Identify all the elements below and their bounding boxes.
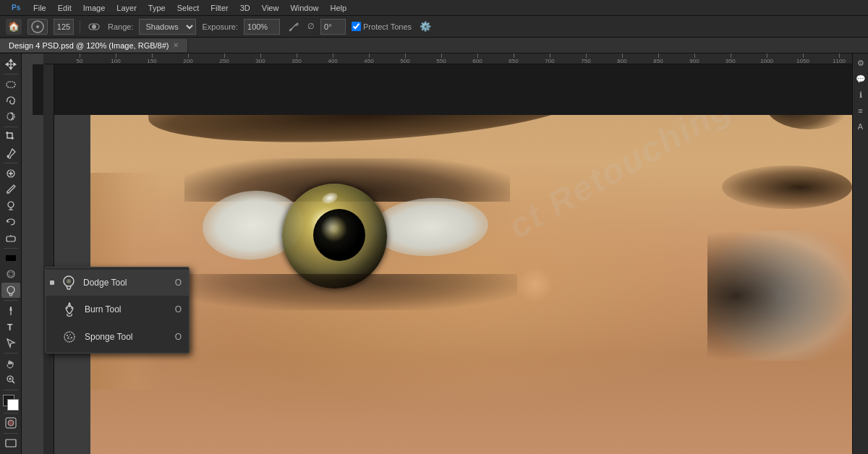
svg-point-21 xyxy=(8,420,14,426)
blur-tool[interactable] xyxy=(1,267,20,282)
svg-text:Ps: Ps xyxy=(12,4,21,12)
svg-text:T: T xyxy=(7,322,13,333)
menu-window[interactable]: Window xyxy=(286,2,323,14)
svg-point-31 xyxy=(68,336,69,338)
airbrush-icon[interactable] xyxy=(286,19,302,35)
svg-point-24 xyxy=(67,279,71,283)
menu-help[interactable]: Help xyxy=(326,2,352,14)
exposure-input[interactable] xyxy=(244,19,280,35)
move-tool[interactable] xyxy=(1,56,20,72)
dodge-tool-shortcut: O xyxy=(175,278,182,288)
dodge-tool-label: Dodge Tool xyxy=(83,278,169,288)
settings-icon[interactable]: ⚙️ xyxy=(417,19,433,35)
eraser-tool[interactable] xyxy=(1,230,20,245)
svg-point-11 xyxy=(8,202,14,207)
angle-input[interactable] xyxy=(320,19,346,35)
svg-point-17 xyxy=(7,286,14,294)
right-panel-btn-1[interactable]: ⚙ xyxy=(854,56,867,69)
options-bar: 🏠 125 Range: Shadows Midtones Highlights… xyxy=(0,16,868,38)
menu-file[interactable]: File xyxy=(29,2,51,14)
svg-rect-12 xyxy=(7,236,15,241)
brush-preview[interactable] xyxy=(27,19,48,35)
context-menu-item-sponge[interactable]: Sponge Tool O xyxy=(46,323,189,351)
healing-tool[interactable] xyxy=(1,166,20,181)
tab-label: Design 4 PSD.psd @ 120% (Image, RGB/8#) xyxy=(9,41,169,50)
gradient-tool[interactable] xyxy=(1,251,20,266)
menu-ps[interactable]: Ps xyxy=(6,0,26,16)
inactive-indicator xyxy=(50,307,54,312)
range-select[interactable]: Shadows Midtones Highlights xyxy=(139,19,196,35)
protect-tones-checkbox[interactable] xyxy=(352,22,361,31)
menu-view[interactable]: View xyxy=(258,2,284,14)
burn-tool-label: Burn Tool xyxy=(85,304,169,314)
right-panel-btn-2[interactable]: 💬 xyxy=(854,72,867,85)
menu-bar: Ps File Edit Image Layer Type Select Fil… xyxy=(0,0,868,16)
lasso-tool[interactable] xyxy=(1,93,20,108)
path-selection-tool[interactable] xyxy=(1,335,20,351)
quick-mask-tool[interactable] xyxy=(1,415,20,430)
foreground-background-colors[interactable] xyxy=(1,393,20,408)
inactive-indicator2 xyxy=(50,335,54,339)
brush-size: 125 xyxy=(54,19,74,35)
svg-point-3 xyxy=(36,25,39,28)
svg-rect-22 xyxy=(6,440,16,447)
svg-point-16 xyxy=(9,272,13,276)
document-tab[interactable]: Design 4 PSD.psd @ 120% (Image, RGB/8#) … xyxy=(0,39,188,52)
brush-tool[interactable] xyxy=(1,182,20,197)
sponge-tool-shortcut: O xyxy=(175,332,182,342)
crop-tool[interactable] xyxy=(1,129,20,145)
pen-tool[interactable] xyxy=(1,303,20,318)
right-panel-btn-5[interactable]: A xyxy=(854,120,867,133)
main-layout: T 50100150200250300350400450500550600650… xyxy=(0,53,868,454)
menu-image[interactable]: Image xyxy=(79,2,110,14)
burn-tool-icon xyxy=(60,300,79,319)
svg-point-27 xyxy=(69,334,71,335)
ruler-vertical xyxy=(43,64,54,454)
range-label: Range: xyxy=(108,22,133,31)
context-menu-item-burn[interactable]: Burn Tool O xyxy=(46,296,189,323)
quick-selection-tool[interactable] xyxy=(1,109,20,124)
eyedropper-tool[interactable] xyxy=(1,145,20,160)
history-tool[interactable] xyxy=(1,214,20,229)
clone-tool[interactable] xyxy=(1,198,20,213)
svg-point-5 xyxy=(92,25,96,29)
active-indicator xyxy=(50,280,54,285)
svg-point-28 xyxy=(71,337,72,338)
canvas-area[interactable]: ct Retouching Inc... xyxy=(33,64,852,454)
menu-edit[interactable]: Edit xyxy=(54,2,76,14)
left-toolbar: T xyxy=(0,53,22,454)
svg-point-9 xyxy=(7,155,9,157)
tab-close-button[interactable]: ✕ xyxy=(173,41,179,49)
dodge-burn-tool[interactable] xyxy=(1,283,20,298)
svg-rect-13 xyxy=(6,255,16,261)
tool-mode-icon[interactable] xyxy=(86,19,102,35)
zoom-tool[interactable] xyxy=(1,372,20,387)
right-panel-btn-3[interactable]: ℹ xyxy=(854,88,867,101)
home-icon[interactable]: 🏠 xyxy=(6,19,22,35)
menu-layer[interactable]: Layer xyxy=(112,2,141,14)
tab-bar: Design 4 PSD.psd @ 120% (Image, RGB/8#) … xyxy=(0,38,868,53)
burn-tool-shortcut: O xyxy=(175,304,182,314)
context-menu-item-dodge[interactable]: Dodge Tool O xyxy=(46,270,189,296)
svg-point-26 xyxy=(67,335,68,336)
exposure-label: Exposure: xyxy=(202,22,238,31)
sponge-tool-icon xyxy=(60,327,79,346)
marquee-tool[interactable] xyxy=(1,77,20,92)
menu-select[interactable]: Select xyxy=(173,2,204,14)
type-tool[interactable]: T xyxy=(1,320,20,335)
screen-mode-tool[interactable] xyxy=(1,436,20,451)
menu-filter[interactable]: Filter xyxy=(206,2,232,14)
svg-point-30 xyxy=(69,338,70,339)
context-menu: Dodge Tool O Burn Tool O xyxy=(45,267,190,354)
svg-point-6 xyxy=(290,28,292,30)
svg-rect-7 xyxy=(7,82,15,87)
menu-type[interactable]: Type xyxy=(144,2,170,14)
right-panel-btn-4[interactable]: ≡ xyxy=(854,104,867,117)
svg-point-15 xyxy=(7,270,14,278)
protect-tones-label[interactable]: Protect Tones xyxy=(352,22,412,31)
sponge-tool-label: Sponge Tool xyxy=(85,332,169,342)
hand-tool[interactable] xyxy=(1,356,20,371)
angle-symbol: ∅ xyxy=(307,22,315,31)
menu-3d[interactable]: 3D xyxy=(236,2,255,14)
dodge-tool-icon xyxy=(60,274,77,291)
